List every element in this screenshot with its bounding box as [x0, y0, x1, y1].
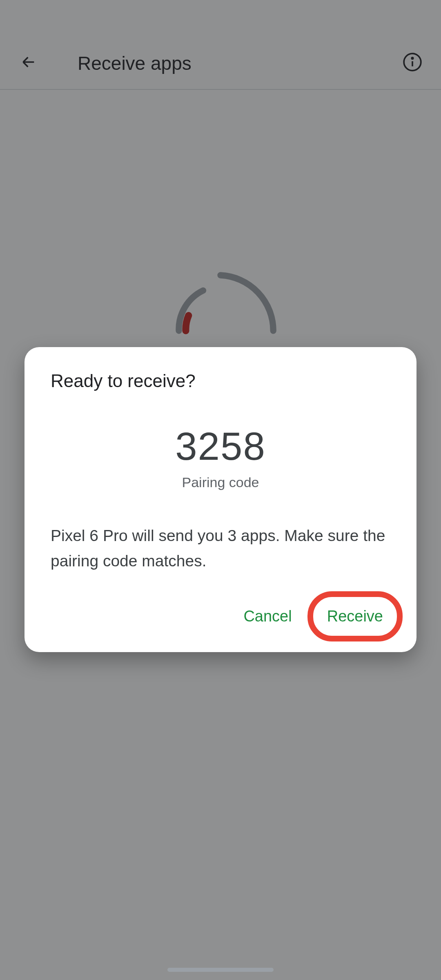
dialog-title: Ready to receive?: [51, 371, 390, 391]
receive-button[interactable]: Receive: [320, 603, 390, 630]
pairing-dialog: Ready to receive? 3258 Pairing code Pixe…: [24, 347, 416, 652]
cancel-button[interactable]: Cancel: [236, 603, 299, 630]
pairing-code-value: 3258: [51, 424, 390, 469]
dialog-body-text: Pixel 6 Pro will send you 3 apps. Make s…: [51, 523, 390, 574]
receive-button-highlight: Receive: [320, 603, 390, 630]
navigation-handle[interactable]: [167, 968, 274, 972]
pairing-code-label: Pairing code: [51, 474, 390, 490]
dialog-actions: Cancel Receive: [51, 603, 390, 630]
